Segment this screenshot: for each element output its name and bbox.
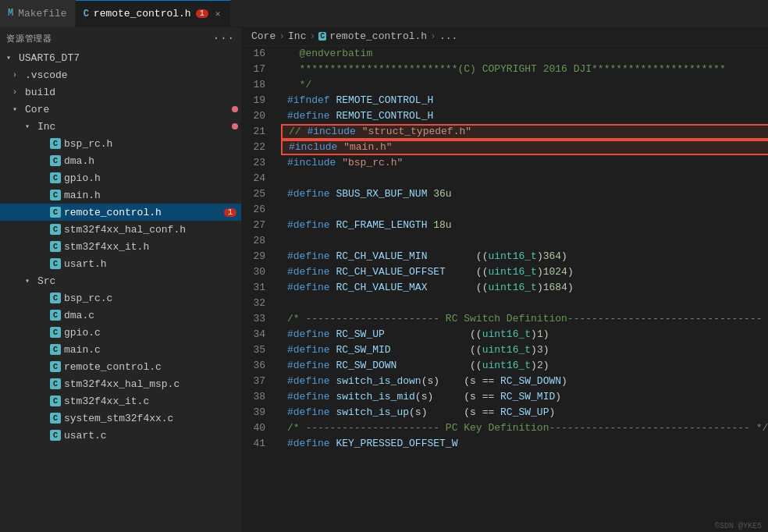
code-line-16: @endverbatim [281, 46, 768, 62]
file-label: usart.c [64, 430, 241, 442]
folder-label: Inc [37, 121, 229, 133]
c-file-icon: C [50, 344, 61, 355]
code-area[interactable]: 16 17 18 19 20 21 22 23 24 25 26 27 28 2… [242, 46, 768, 532]
c-file-icon: C [50, 327, 61, 338]
c-file-icon: C [50, 138, 61, 149]
breadcrumb: Core › Inc › C remote_control.h › ... [242, 27, 768, 46]
code-line-23: #include "bsp_rc.h" [281, 155, 768, 171]
c-icon: C [84, 9, 89, 20]
folder-label: Src [37, 275, 241, 287]
tree-item-system-stm32-c[interactable]: › C system_stm32f4xx.c [0, 410, 241, 427]
code-line-27: #define RC_FRAME_LENGTH 18u [281, 218, 768, 233]
tree-item-gpio-c[interactable]: › C gpio.c [0, 324, 241, 341]
tree-item-build[interactable]: › build [0, 83, 241, 101]
c-file-icon: C [50, 241, 61, 252]
code-line-31: #define RC_CH_VALUE_MAX ((uint16_t)1684) [281, 280, 768, 296]
chevron-down-icon: ▾ [12, 105, 22, 114]
file-label: stm32f4xx_it.c [64, 395, 241, 407]
code-line-20: #define REMOTE_CONTROL_H [281, 108, 768, 124]
file-change-badge: 1 [224, 208, 236, 217]
file-label: usart.h [64, 258, 241, 270]
file-label: remote_control.h [64, 207, 221, 218]
file-tree: ▾ USART6_DT7 › .vscode › build ▾ Core ▾ [0, 49, 241, 532]
file-label: gpio.c [64, 327, 241, 339]
tree-item-usart6[interactable]: ▾ USART6_DT7 [0, 49, 241, 66]
tree-item-usart-h[interactable]: › C usart.h [0, 255, 241, 272]
tree-item-usart-c[interactable]: › C usart.c [0, 427, 241, 444]
c-file-icon: C [50, 395, 61, 406]
watermark: ©SDN @YKE5 [715, 522, 762, 530]
code-content[interactable]: @endverbatim **************************(… [281, 46, 768, 532]
breadcrumb-sep2: › [309, 30, 315, 42]
folder-label: build [25, 87, 241, 98]
chevron-down-icon: ▾ [25, 122, 34, 131]
c-file-icon: C [50, 155, 61, 166]
editor-area: Core › Inc › C remote_control.h › ... 16… [242, 27, 768, 532]
breadcrumb-more: ... [439, 30, 457, 42]
file-label: stm32f4xx_hal_conf.h [64, 224, 241, 236]
tree-item-src[interactable]: ▾ Src [0, 272, 241, 289]
sidebar-title: 资源管理器 [6, 33, 52, 44]
sidebar-menu-button[interactable]: ··· [213, 32, 235, 44]
tab-makefile[interactable]: M Makefile [0, 0, 76, 27]
tree-item-main-c[interactable]: › C main.c [0, 341, 241, 358]
file-label: bsp_rc.h [64, 138, 241, 150]
c-file-icon: C [50, 207, 61, 218]
code-line-21: // #include "struct_typedef.h" [281, 124, 768, 140]
code-line-25: #define SBUS_RX_BUF_NUM 36u [281, 186, 768, 202]
file-label: dma.h [64, 155, 241, 167]
tree-item-core[interactable]: ▾ Core [0, 101, 241, 118]
modified-badge [232, 106, 238, 112]
code-line-37: #define switch_is_down(s) (s == RC_SW_DO… [281, 374, 768, 389]
code-line-39: #define switch_is_up(s) (s == RC_SW_UP) [281, 405, 768, 420]
tree-item-dma-h[interactable]: › C dma.h [0, 152, 241, 169]
tree-item-inc[interactable]: ▾ Inc [0, 118, 241, 135]
code-line-40: /* ---------------------- PC Key Definit… [281, 420, 768, 436]
folder-label: Core [25, 104, 229, 115]
file-label: stm32f4xx_it.h [64, 241, 241, 253]
code-line-26 [281, 202, 768, 218]
tree-item-stm32-it-c[interactable]: › C stm32f4xx_it.c [0, 392, 241, 410]
breadcrumb-filename: remote_control.h [329, 30, 427, 42]
code-line-32 [281, 296, 768, 311]
code-line-41: #define KEY_PRESSED_OFFSET_W [281, 436, 768, 452]
code-line-28 [281, 233, 768, 249]
breadcrumb-inc: Inc [288, 30, 306, 42]
tree-item-main-h[interactable]: › C main.h [0, 186, 241, 204]
tree-item-remote-control-c[interactable]: › C remote_control.c [0, 358, 241, 375]
tree-item-stm32-it-h[interactable]: › C stm32f4xx_it.h [0, 238, 241, 255]
file-label: main.h [64, 190, 241, 201]
code-line-22: #include "main.h" [281, 140, 768, 155]
tree-item-stm32-hal-msp-c[interactable]: › C stm32f4xx_hal_msp.c [0, 375, 241, 392]
folder-label: USART6_DT7 [19, 52, 241, 64]
tree-item-bsp-rc-c[interactable]: › C bsp_rc.c [0, 289, 241, 307]
breadcrumb-sep3: › [430, 30, 436, 42]
code-line-18: */ [281, 77, 768, 93]
tree-item-remote-control-h[interactable]: › C remote_control.h 1 [0, 204, 241, 221]
tree-item-dma-c[interactable]: › C dma.c [0, 307, 241, 324]
file-label: system_stm32f4xx.c [64, 413, 241, 424]
c-file-icon: C [50, 224, 61, 235]
file-label: dma.c [64, 310, 241, 321]
c-file-icon: C [50, 310, 61, 321]
breadcrumb-c-icon: C [318, 32, 326, 41]
chevron-right-icon: › [12, 88, 22, 97]
code-line-24 [281, 171, 768, 186]
code-line-34: #define RC_SW_UP ((uint16_t)1) [281, 327, 768, 342]
tree-item-bsp-rc-h[interactable]: › C bsp_rc.h [0, 135, 241, 152]
chevron-right-icon: › [12, 71, 22, 80]
tab-remote-control[interactable]: C remote_control.h 1 ✕ [76, 0, 232, 27]
code-line-35: #define RC_SW_MID ((uint16_t)3) [281, 342, 768, 358]
tree-item-stm32-hal-conf-h[interactable]: › C stm32f4xx_hal_conf.h [0, 221, 241, 238]
chevron-down-icon: ▾ [6, 53, 16, 62]
breadcrumb-sep: › [279, 30, 285, 42]
tab-close-button[interactable]: ✕ [213, 8, 223, 20]
makefile-icon: M [8, 8, 13, 19]
modified-badge [232, 123, 238, 129]
c-file-icon: C [50, 378, 61, 389]
tree-item-gpio-h[interactable]: › C gpio.h [0, 169, 241, 186]
c-file-icon: C [50, 361, 61, 372]
tree-item-vscode[interactable]: › .vscode [0, 66, 241, 83]
file-label: main.c [64, 344, 241, 356]
file-label: stm32f4xx_hal_msp.c [64, 378, 241, 390]
